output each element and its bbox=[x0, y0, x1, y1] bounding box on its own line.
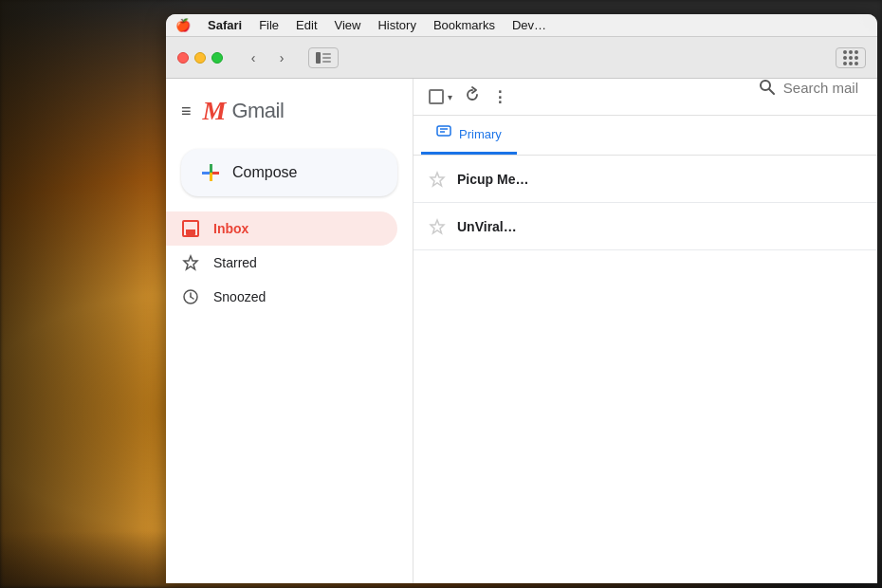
search-icon bbox=[759, 79, 776, 96]
starred-label: Starred bbox=[213, 255, 257, 270]
star-icon-1[interactable] bbox=[429, 171, 446, 188]
select-all-control[interactable]: ▾ bbox=[429, 89, 452, 104]
select-all-checkbox[interactable] bbox=[429, 89, 444, 104]
gmail-main: ▾ ⋮ bbox=[413, 79, 877, 583]
gmail-header: ≡ M Gmail bbox=[166, 88, 413, 141]
search-bar[interactable]: Search mail bbox=[759, 79, 858, 96]
starred-icon bbox=[181, 254, 200, 271]
svg-rect-3 bbox=[322, 61, 331, 63]
email-row-2[interactable]: UnViral… bbox=[413, 203, 877, 250]
svg-marker-13 bbox=[431, 173, 444, 186]
gmail-m-logo: M bbox=[203, 96, 227, 126]
snoozed-label: Snoozed bbox=[213, 289, 266, 304]
forward-button[interactable]: › bbox=[268, 47, 295, 68]
inbox-label: Inbox bbox=[213, 221, 248, 236]
select-dropdown-icon[interactable]: ▾ bbox=[448, 92, 452, 102]
nav-inbox[interactable]: Inbox bbox=[166, 211, 397, 246]
svg-line-5 bbox=[769, 89, 774, 94]
menubar-history[interactable]: History bbox=[377, 18, 415, 32]
snoozed-icon bbox=[181, 288, 200, 305]
svg-rect-0 bbox=[316, 52, 321, 64]
tab-primary[interactable]: Primary bbox=[421, 116, 517, 155]
gmail-wordmark: Gmail bbox=[231, 99, 284, 123]
grid-dots-icon bbox=[843, 50, 858, 65]
refresh-button[interactable] bbox=[464, 86, 481, 107]
svg-line-9 bbox=[191, 297, 193, 299]
compose-plus-icon bbox=[200, 162, 221, 183]
menubar-edit[interactable]: Edit bbox=[296, 18, 317, 32]
primary-tab-label: Primary bbox=[459, 127, 502, 141]
toolbar-right bbox=[836, 47, 866, 68]
minimize-button[interactable] bbox=[194, 52, 206, 64]
nav-snoozed[interactable]: Snoozed bbox=[166, 280, 397, 314]
menubar-view[interactable]: View bbox=[335, 18, 361, 32]
menubar: 🍎 Safari File Edit View History Bookmark… bbox=[166, 14, 877, 37]
menubar-develop[interactable]: Dev… bbox=[512, 18, 546, 32]
svg-rect-2 bbox=[322, 57, 331, 59]
sender-1: Picup Me… bbox=[457, 172, 590, 187]
sidebar-icon bbox=[316, 52, 331, 64]
menubar-bookmarks[interactable]: Bookmarks bbox=[433, 18, 495, 32]
search-placeholder: Search mail bbox=[783, 80, 858, 96]
gmail-sidebar: ≡ M Gmail Search mail bbox=[166, 79, 413, 583]
svg-marker-6 bbox=[184, 256, 197, 269]
sidebar-toggle-button[interactable] bbox=[308, 47, 339, 68]
apple-menu[interactable]: 🍎 bbox=[175, 18, 191, 32]
compose-button[interactable]: Compose bbox=[181, 149, 397, 196]
back-button[interactable]: ‹ bbox=[240, 47, 266, 68]
hamburger-menu[interactable]: ≡ bbox=[181, 101, 192, 121]
laptop-screen: 🍎 Safari File Edit View History Bookmark… bbox=[166, 14, 877, 583]
email-row-1[interactable]: Picup Me… bbox=[413, 156, 877, 203]
extensions-button[interactable] bbox=[836, 47, 866, 68]
gmail-content: ≡ M Gmail Search mail bbox=[166, 79, 877, 583]
gmail-logo: M Gmail bbox=[203, 96, 285, 126]
svg-rect-10 bbox=[437, 126, 450, 136]
traffic-lights bbox=[177, 52, 223, 64]
close-button[interactable] bbox=[177, 52, 189, 64]
more-options-button[interactable]: ⋮ bbox=[492, 88, 509, 106]
maximize-button[interactable] bbox=[211, 52, 223, 64]
inbox-tray-icon bbox=[186, 230, 195, 235]
menubar-safari[interactable]: Safari bbox=[208, 18, 242, 32]
svg-marker-14 bbox=[431, 220, 444, 233]
star-icon-2[interactable] bbox=[429, 218, 446, 235]
sender-2: UnViral… bbox=[457, 219, 590, 234]
refresh-icon bbox=[464, 86, 481, 103]
email-tabs: Primary bbox=[413, 116, 877, 156]
nav-buttons: ‹ › bbox=[240, 47, 295, 68]
inbox-icon bbox=[181, 220, 200, 237]
browser-toolbar: ‹ › bbox=[166, 37, 877, 79]
svg-rect-1 bbox=[322, 53, 331, 55]
primary-tab-icon bbox=[436, 125, 451, 142]
inbox-box-icon bbox=[182, 220, 199, 237]
menubar-file[interactable]: File bbox=[259, 18, 279, 32]
nav-starred[interactable]: Starred bbox=[166, 246, 397, 280]
compose-label: Compose bbox=[232, 164, 297, 181]
chat-icon bbox=[436, 125, 451, 138]
